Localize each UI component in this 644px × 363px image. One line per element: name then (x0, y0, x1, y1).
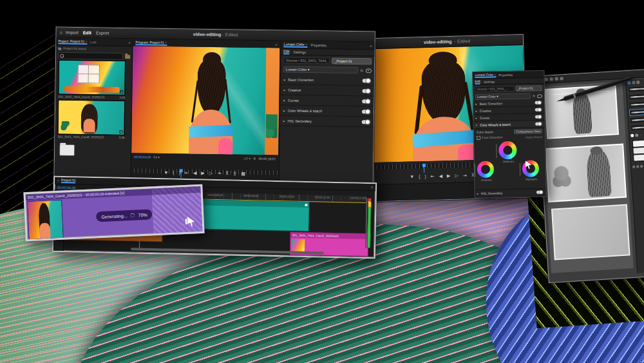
section-toggle[interactable] (535, 115, 542, 119)
wheel-slider[interactable] (496, 144, 497, 158)
close-icon[interactable]: × (494, 73, 496, 76)
tab-lumetri-color[interactable]: Lumetri Color × (283, 42, 307, 48)
close-icon[interactable]: × (57, 179, 59, 182)
eye-icon[interactable] (366, 68, 372, 73)
layer-item[interactable] (633, 147, 644, 154)
eye-icon[interactable] (537, 94, 542, 98)
go-to-out-icon[interactable]: ⇥ (463, 173, 467, 177)
footer-icon[interactable] (640, 165, 643, 168)
color-swatch[interactable] (630, 134, 634, 137)
section-toggle[interactable] (363, 79, 371, 83)
tab-sequence[interactable]: Project 01 (61, 178, 76, 183)
subtab-settings[interactable]: Settings (294, 50, 307, 54)
storyboard-frame[interactable] (545, 144, 627, 202)
tool-icon[interactable] (555, 77, 558, 81)
section-toggle[interactable] (536, 191, 543, 194)
close-icon[interactable]: × (165, 40, 167, 44)
panel-menu-icon[interactable]: ≡ (275, 43, 277, 46)
mark-out-icon[interactable]: } (424, 173, 426, 178)
home-icon[interactable]: ⌂ (60, 30, 62, 35)
target-chip[interactable]: _Project 01 (332, 58, 372, 65)
apply-match-button[interactable]: Apply Match (526, 135, 542, 139)
fx-icon[interactable]: fx (361, 68, 363, 72)
play-icon[interactable]: ▶ (447, 173, 451, 177)
export-frame-icon[interactable]: ▦ (241, 171, 245, 175)
go-to-in-icon[interactable]: ⇤ (431, 173, 435, 178)
wheel-slider[interactable] (520, 163, 520, 176)
footer-icon[interactable] (632, 166, 635, 168)
close-icon[interactable]: × (86, 39, 88, 43)
go-to-in-icon[interactable]: ⇤ (185, 170, 189, 175)
brush-tab-icon[interactable] (636, 81, 639, 84)
source-chip[interactable]: Source • S01_Sh01_Tk04_... (283, 57, 330, 64)
subtab-settings[interactable]: Settings (484, 80, 495, 83)
comparison-view-button[interactable]: Comparison View (514, 129, 542, 134)
panel-menu-icon[interactable]: ≡ (128, 41, 130, 44)
color-swatch[interactable] (639, 133, 643, 137)
menu-edit[interactable]: Edit (83, 30, 91, 35)
wheel-slider[interactable] (475, 164, 475, 177)
playhead[interactable] (422, 164, 426, 167)
fx-icon[interactable]: fx (533, 94, 535, 97)
brush-preset[interactable] (629, 101, 644, 108)
section-toggle[interactable] (362, 120, 370, 124)
lift-icon[interactable]: ⊼ (225, 171, 229, 175)
section-toggle[interactable] (535, 101, 541, 104)
brush-preset[interactable] (630, 124, 644, 132)
layer-item[interactable] (633, 140, 644, 147)
section-toggle[interactable] (362, 110, 370, 113)
step-forward-icon[interactable]: ▷ (209, 170, 213, 175)
preset-dropdown[interactable]: Lumetri Color ▾ (475, 93, 531, 100)
tab-program[interactable]: Program: Project 01 × (135, 40, 167, 46)
bin-item-2[interactable]: B S01_Sh01_Tk04_CamB_20250101 3;38 (57, 100, 125, 139)
new-bin-folder-icon[interactable] (60, 145, 74, 155)
mark-in-icon[interactable]: { (419, 174, 421, 179)
add-marker-icon[interactable]: ▼ (164, 170, 168, 174)
go-to-out-icon[interactable]: ⇥ (217, 171, 221, 175)
resolution-dropdown[interactable]: 1/2 ▾ (243, 157, 251, 161)
section-toggle[interactable] (362, 89, 370, 93)
preset-dropdown[interactable]: Lumetri Color ▾ (283, 66, 358, 74)
subtab-edit[interactable]: Edit (475, 79, 480, 84)
fit-dropdown[interactable]: Fit ▾ (153, 155, 160, 159)
menu-import[interactable]: Import (66, 30, 79, 35)
tab-properties[interactable]: Properties (310, 43, 327, 47)
tool-icon[interactable] (550, 77, 553, 81)
bin-item-1[interactable]: A S01_Sh01_Tk04_CamA_20250101 4;25 (58, 60, 126, 99)
generative-extend-clip[interactable]: S01_Sh01_Tk04_CamA_20250101 - 00;00;04;2… (23, 184, 204, 242)
face-detection-checkbox[interactable]: Face Detection (477, 135, 502, 140)
menu-export[interactable]: Export (96, 30, 109, 35)
extract-icon[interactable]: ⊻ (233, 171, 236, 175)
layer-item[interactable] (634, 154, 644, 161)
source-chip[interactable]: Source • S01_Sh01_... (475, 86, 515, 92)
section-toggle[interactable] (535, 123, 542, 126)
search-input[interactable] (58, 52, 123, 60)
shadows-wheel[interactable] (477, 161, 494, 177)
play-icon[interactable]: ▶ (201, 170, 204, 175)
tab-properties[interactable]: Properties (498, 73, 513, 76)
tab-project[interactable]: Project: Project 01 × (58, 39, 87, 44)
mark-in-icon[interactable]: { (173, 170, 174, 175)
midtones-wheel[interactable] (498, 141, 516, 159)
target-chip[interactable]: _Project 01 (515, 85, 542, 92)
footer-icon[interactable] (636, 165, 639, 168)
storyboard-frame[interactable] (551, 204, 630, 260)
tab-lum[interactable]: Lum (90, 40, 97, 44)
section-hsl-secondary[interactable]: ▸ HSL Secondary (280, 115, 374, 127)
color-swatch[interactable] (635, 133, 638, 137)
brush-preset-selected[interactable] (629, 108, 644, 116)
section-hsl-secondary[interactable]: ▸ HSL Secondary (475, 188, 545, 197)
close-icon[interactable]: × (305, 42, 307, 46)
tool-icon[interactable] (545, 78, 548, 81)
tab-lumetri-color[interactable]: Lumetri Color × (475, 73, 496, 78)
step-back-icon[interactable]: ◀ (193, 170, 196, 175)
highlights-wheel[interactable] (522, 160, 539, 177)
brush-preset[interactable] (630, 116, 644, 124)
subtab-edit[interactable]: Edit (283, 49, 289, 54)
tool-icon[interactable] (560, 77, 564, 80)
step-back-icon[interactable]: ◀ (439, 173, 443, 178)
step-forward-icon[interactable]: ▷ (455, 173, 459, 177)
section-toggle[interactable] (362, 99, 370, 103)
mark-out-icon[interactable]: } (179, 170, 180, 175)
panel-menu-icon[interactable]: ≡ (371, 185, 373, 189)
